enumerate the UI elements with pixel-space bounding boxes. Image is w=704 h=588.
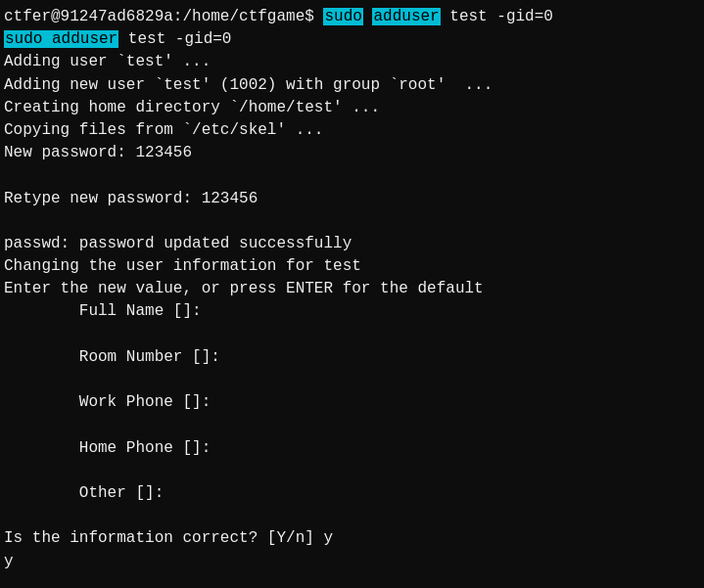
output-line-12: Changing the user information for test <box>0 255 704 278</box>
output-line-20: Home Phone []: <box>0 437 704 460</box>
command-args: test -gid=0 <box>441 8 553 25</box>
blank-line-2 <box>0 210 704 233</box>
sudo-echo-highlight: sudo adduser <box>4 30 118 48</box>
output-line-9: Retype new password: 123456 <box>0 188 704 210</box>
adduser-highlight: adduser <box>372 8 440 25</box>
terminal-window: ctfer@91247ad6829a:/home/ctfgame$ sudo a… <box>0 0 704 588</box>
output-line-25: y <box>0 551 704 573</box>
output-line-18: Work Phone []: <box>0 391 704 414</box>
prompt-prefix: ctfer@91247ad6829a:/home/ctfgame$ <box>4 8 323 25</box>
other-label: Other []: <box>79 484 164 502</box>
roomnumber-label: Room Number []: <box>79 348 220 366</box>
blank-line-4 <box>0 369 704 391</box>
output-line-24: Is the information correct? [Y/n] y <box>0 527 704 550</box>
command-echo-args: test -gid=0 <box>118 30 231 48</box>
output-line-16: Room Number []: <box>0 346 704 369</box>
output-line-7: New password: 123456 <box>0 142 704 164</box>
output-line-6: Copying files from `/etc/skel' ... <box>0 119 704 142</box>
blank-line-6 <box>0 460 704 482</box>
blank-line-5 <box>0 414 704 436</box>
output-line-5: Creating home directory `/home/test' ... <box>0 97 704 119</box>
output-line-4: Adding new user `test' (1002) with group… <box>0 74 704 97</box>
blank-line-7 <box>0 505 704 527</box>
blank-line-1 <box>0 164 704 187</box>
homephone-label: Home Phone []: <box>79 439 211 457</box>
blank-line-3 <box>0 324 704 346</box>
output-line-14: Full Name []: <box>0 300 704 323</box>
command-echo-line: sudo adduser test -gid=0 <box>0 28 704 51</box>
output-line-13: Enter the new value, or press ENTER for … <box>0 278 704 300</box>
output-line-11: passwd: password updated successfully <box>0 233 704 255</box>
workphone-label: Work Phone []: <box>79 393 211 411</box>
fullname-label: Full Name []: <box>79 302 202 320</box>
output-line-3: Adding user `test' ... <box>0 51 704 73</box>
sudo-highlight: sudo <box>323 8 362 25</box>
prompt-line: ctfer@91247ad6829a:/home/ctfgame$ sudo a… <box>0 6 704 28</box>
output-line-22: Other []: <box>0 482 704 505</box>
